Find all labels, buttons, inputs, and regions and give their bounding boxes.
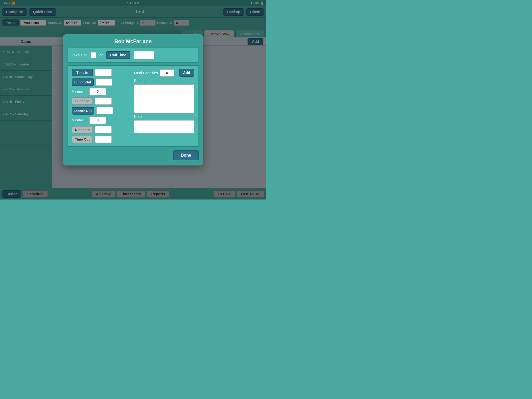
modal-title: Bob McFarlane	[67, 38, 199, 44]
time-in-button[interactable]: Time In	[72, 69, 93, 76]
lunch-out-row: Lunch Out	[72, 78, 132, 86]
minutes-2-input[interactable]	[89, 117, 106, 124]
minutes-1-input[interactable]	[89, 88, 106, 95]
time-panel: Time In Lunch Out Minutes Lunch In Dinne…	[67, 65, 199, 147]
time-in-input[interactable]	[95, 69, 112, 76]
done-row: Done	[67, 150, 199, 160]
time-in-row: Time In	[72, 69, 132, 76]
own-call-label: Own Call	[72, 53, 88, 57]
or-label: or	[99, 53, 103, 57]
own-call-checkbox[interactable]	[91, 52, 96, 58]
meal-penalties-input[interactable]	[160, 69, 174, 77]
lunch-in-button[interactable]: Lunch In	[72, 97, 93, 105]
meal-penalties-label: Meal Penalties	[134, 71, 158, 75]
dinner-out-button[interactable]: Dinner Out	[72, 107, 94, 115]
time-out-input[interactable]	[95, 136, 112, 143]
dinner-in-input[interactable]	[95, 126, 112, 133]
time-right: Meal Penalties Add Bumps Notes	[134, 69, 194, 143]
minutes-1-label: Minutes	[72, 90, 87, 94]
call-time-button[interactable]: Call Time	[106, 51, 130, 59]
time-left: Time In Lunch Out Minutes Lunch In Dinne…	[72, 69, 132, 143]
done-button[interactable]: Done	[173, 150, 199, 160]
dinner-in-row: Dinner In	[72, 126, 132, 134]
bumps-textarea[interactable]	[134, 84, 194, 113]
own-call-row: Own Call or Call Time	[67, 48, 199, 63]
meal-penalties-row: Meal Penalties	[134, 69, 174, 77]
lunch-out-input[interactable]	[96, 78, 112, 86]
minutes-1-row: Minutes	[72, 88, 132, 95]
modal-overlay: Bob McFarlane Own Call or Call Time Time…	[0, 0, 266, 200]
bumps-add-button[interactable]: Add	[179, 69, 194, 77]
notes-label: Notes	[134, 115, 194, 119]
dinner-out-input[interactable]	[96, 107, 113, 114]
minutes-2-row: Minutes	[72, 117, 132, 124]
dinner-in-button[interactable]: Dinner In	[72, 126, 93, 134]
dinner-out-row: Dinner Out	[72, 107, 132, 115]
notes-textarea[interactable]	[134, 120, 194, 133]
modal-dialog: Bob McFarlane Own Call or Call Time Time…	[63, 34, 203, 165]
lunch-out-button[interactable]: Lunch Out	[72, 78, 94, 86]
bumps-label: Bumps	[134, 79, 194, 83]
lunch-in-input[interactable]	[95, 97, 112, 105]
time-out-button[interactable]: Time Out	[72, 136, 93, 143]
time-out-row: Time Out	[72, 136, 132, 143]
minutes-2-label: Minutes	[72, 118, 87, 122]
lunch-in-row: Lunch In	[72, 97, 132, 105]
call-time-input[interactable]	[134, 51, 154, 59]
